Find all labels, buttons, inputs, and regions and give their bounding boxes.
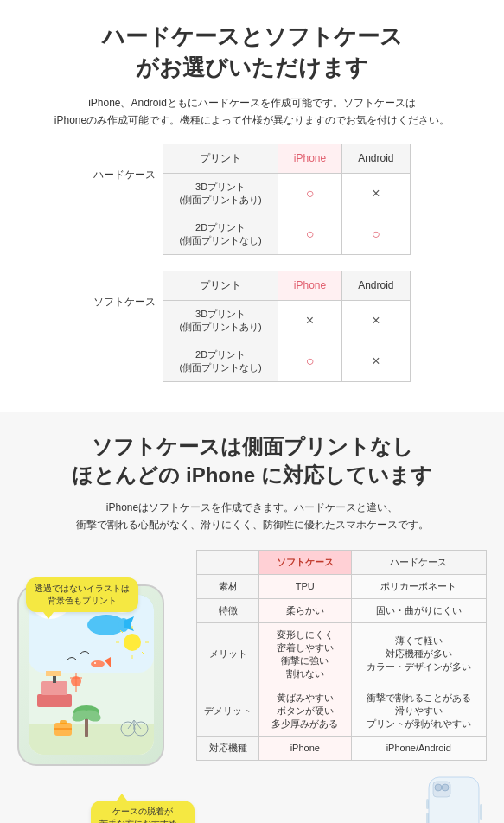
svg-rect-13 xyxy=(41,681,67,695)
section1-title: ハードケースとソフトケースがお選びいただけます xyxy=(17,21,487,84)
section2-description: iPhoneはソフトケースを作成できます。ハードケースと違い、 衝撃で割れる心配… xyxy=(17,499,487,534)
svg-point-40 xyxy=(94,662,96,664)
hard-material: ポリカーボネート xyxy=(351,574,486,598)
soft-case-label: ソフトケース xyxy=(93,271,163,309)
soft-case-visual xyxy=(426,775,487,823)
section2-content: 透過ではないイラストは背景色もプリント xyxy=(17,550,487,823)
table-row: 2Dプリント(側面プリントなし) ○ × xyxy=(163,341,410,381)
col-empty xyxy=(197,550,259,574)
section1-description: iPhone、Androidともにハードケースを作成可能です。ソフトケースは i… xyxy=(17,94,487,130)
phone-screen xyxy=(29,595,154,755)
svg-rect-15 xyxy=(46,671,61,676)
svg-point-44 xyxy=(442,784,449,791)
soft-merit: 変形しにくく密着しやすい衝撃に強い割れない xyxy=(259,622,352,686)
svg-point-16 xyxy=(124,634,141,651)
row-label-merit: メリット xyxy=(197,622,259,686)
soft-case-table: プリント iPhone Android 3Dプリント(側面プリントあり) × ×… xyxy=(163,271,410,382)
hard-android-2d: ○ xyxy=(342,214,410,254)
phone-area: 透過ではないイラストは背景色もプリント xyxy=(17,550,186,823)
hard-case-table-wrapper: ハードケース プリント iPhone Android 3Dプリント(側面プリント… xyxy=(17,144,487,255)
soft-iphone-3d: × xyxy=(278,300,341,341)
table-row: デメリット 黄ばみやすいボタンが硬い多少厚みがある 衝撃で割れることがある滑りや… xyxy=(197,686,487,736)
soft-feature: 柔らかい xyxy=(259,598,352,622)
soft-model: iPhone xyxy=(259,736,352,760)
row-label: 2Dプリント(側面プリントなし) xyxy=(163,214,278,254)
soft-case-table-wrapper: ソフトケース プリント iPhone Android 3Dプリント(側面プリント… xyxy=(17,271,487,382)
soft-demerit: 黄ばみやすいボタンが硬い多少厚みがある xyxy=(259,686,352,736)
soft-material: TPU xyxy=(259,574,352,598)
table-row: 素材 TPU ポリカーボネート xyxy=(197,574,487,598)
row-label-feature: 特徴 xyxy=(197,598,259,622)
table-row: 3Dプリント(側面プリントあり) ○ × xyxy=(163,173,410,214)
svg-rect-36 xyxy=(60,720,67,724)
hard-case-table: プリント iPhone Android 3Dプリント(側面プリントあり) ○ ×… xyxy=(163,144,410,255)
col-iphone-soft: iPhone xyxy=(278,271,341,300)
soft-android-3d: × xyxy=(342,300,410,341)
hard-model: iPhone/Android xyxy=(351,736,486,760)
speech-bubble-top: 透過ではないイラストは背景色もプリント xyxy=(26,577,138,612)
soft-iphone-2d: ○ xyxy=(278,341,341,381)
table-row: メリット 変形しにくく密着しやすい衝撃に強い割れない 薄くて軽い対応機種が多いカ… xyxy=(197,622,487,686)
svg-rect-46 xyxy=(426,813,429,823)
col-iphone-hard: iPhone xyxy=(278,144,341,173)
col-print: プリント xyxy=(163,144,278,173)
section2: ソフトケースは側面プリントなしほとんどの iPhone に対応しています iPh… xyxy=(0,412,504,823)
soft-android-2d: × xyxy=(342,341,410,381)
case-svg xyxy=(426,775,482,823)
row-label: 2Dプリント(側面プリントなし) xyxy=(163,341,278,381)
table-row: 3Dプリント(側面プリントあり) × × xyxy=(163,300,410,341)
section1: ハードケースとソフトケースがお選びいただけます iPhone、Androidとも… xyxy=(0,0,504,412)
row-label: 3Dプリント(側面プリントあり) xyxy=(163,173,278,214)
hard-feature: 固い・曲がりにくい xyxy=(351,598,486,622)
hard-iphone-2d: ○ xyxy=(278,214,341,254)
compare-table-area: ソフトケース ハードケース 素材 TPU ポリカーボネート 特徴 柔らかい 固い… xyxy=(196,550,487,823)
svg-rect-45 xyxy=(426,799,429,809)
svg-point-43 xyxy=(435,784,442,791)
row-label-material: 素材 xyxy=(197,574,259,598)
compare-table: ソフトケース ハードケース 素材 TPU ポリカーボネート 特徴 柔らかい 固い… xyxy=(196,550,487,761)
section2-title: ソフトケースは側面プリントなしほとんどの iPhone に対応しています xyxy=(17,432,487,490)
col-soft-header: ソフトケース xyxy=(259,550,352,574)
svg-rect-47 xyxy=(480,804,482,820)
svg-rect-12 xyxy=(37,694,72,707)
row-label: 3Dプリント(側面プリントあり) xyxy=(163,300,278,341)
col-android-soft: Android xyxy=(342,271,410,300)
phone-art xyxy=(29,595,154,755)
row-label-demerit: デメリット xyxy=(197,686,259,736)
col-android-hard: Android xyxy=(342,144,410,173)
table-row: 対応機種 iPhone iPhone/Android xyxy=(197,736,487,760)
hard-case-label: ハードケース xyxy=(93,144,163,182)
table-row: 特徴 柔らかい 固い・曲がりにくい xyxy=(197,598,487,622)
speech-bubble-bottom: ケースの脱着が苦手な方におすすめ。 xyxy=(91,801,195,823)
row-label-model: 対応機種 xyxy=(197,736,259,760)
table-row: 2Dプリント(側面プリントなし) ○ ○ xyxy=(163,214,410,254)
col-print-soft: プリント xyxy=(163,271,278,300)
hard-android-3d: × xyxy=(342,173,410,214)
svg-point-38 xyxy=(91,660,105,667)
hard-merit: 薄くて軽い対応機種が多いカラー・デザインが多い xyxy=(351,622,486,686)
col-hard-header: ハードケース xyxy=(351,550,486,574)
hard-iphone-3d: ○ xyxy=(278,173,341,214)
hard-demerit: 衝撃で割れることがある滑りやすいプリントが剥がれやすい xyxy=(351,686,486,736)
